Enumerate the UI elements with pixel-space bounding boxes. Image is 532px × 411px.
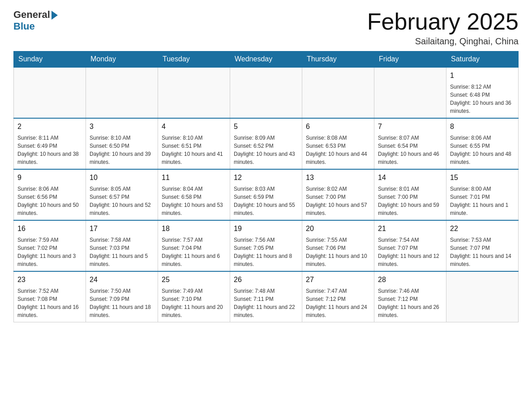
calendar-cell: 27Sunrise: 7:47 AMSunset: 7:12 PMDayligh…: [302, 271, 374, 322]
sunrise-text: Sunrise: 8:09 AM: [234, 134, 298, 142]
day-number: 13: [306, 172, 370, 183]
day-number: 19: [234, 223, 298, 234]
daylight-text: Daylight: 11 hours and 16 minutes.: [17, 303, 82, 319]
sunset-text: Sunset: 7:04 PM: [162, 244, 226, 252]
day-number: 16: [17, 223, 82, 234]
logo-arrow-icon: [51, 11, 58, 20]
daylight-text: Daylight: 11 hours and 1 minute.: [450, 201, 515, 217]
sunset-text: Sunset: 7:11 PM: [234, 295, 298, 303]
sunrise-text: Sunrise: 8:00 AM: [450, 185, 515, 193]
day-number: 27: [306, 274, 370, 285]
daylight-text: Daylight: 10 hours and 46 minutes.: [378, 150, 442, 166]
calendar-cell: 14Sunrise: 8:01 AMSunset: 7:00 PMDayligh…: [374, 169, 446, 220]
calendar-cell: [302, 67, 374, 118]
calendar-cell: [230, 67, 302, 118]
calendar-cell: 9Sunrise: 8:06 AMSunset: 6:56 PMDaylight…: [14, 169, 86, 220]
sunset-text: Sunset: 7:12 PM: [306, 295, 370, 303]
calendar-week-3: 9Sunrise: 8:06 AMSunset: 6:56 PMDaylight…: [14, 169, 519, 220]
sunrise-text: Sunrise: 7:46 AM: [378, 287, 442, 295]
calendar-cell: 12Sunrise: 8:03 AMSunset: 6:59 PMDayligh…: [230, 169, 302, 220]
sunrise-text: Sunrise: 8:07 AM: [378, 134, 442, 142]
daylight-text: Daylight: 11 hours and 6 minutes.: [162, 252, 226, 268]
sunset-text: Sunset: 7:08 PM: [17, 295, 82, 303]
day-number: 18: [162, 223, 226, 234]
sunset-text: Sunset: 6:56 PM: [17, 193, 82, 201]
calendar-cell: 24Sunrise: 7:50 AMSunset: 7:09 PMDayligh…: [86, 271, 158, 322]
day-number: 9: [17, 172, 82, 183]
sunrise-text: Sunrise: 7:59 AM: [17, 236, 82, 244]
calendar-week-2: 2Sunrise: 8:11 AMSunset: 6:49 PMDaylight…: [14, 118, 519, 169]
sunset-text: Sunset: 6:58 PM: [162, 193, 226, 201]
column-header-saturday: Saturday: [446, 51, 519, 68]
sunrise-text: Sunrise: 8:05 AM: [90, 185, 154, 193]
calendar-cell: [158, 67, 230, 118]
sunset-text: Sunset: 7:02 PM: [17, 244, 82, 252]
daylight-text: Daylight: 10 hours and 41 minutes.: [162, 150, 226, 166]
calendar-cell: 25Sunrise: 7:49 AMSunset: 7:10 PMDayligh…: [158, 271, 230, 322]
column-header-sunday: Sunday: [14, 51, 86, 68]
calendar-week-4: 16Sunrise: 7:59 AMSunset: 7:02 PMDayligh…: [14, 220, 519, 271]
calendar-cell: 4Sunrise: 8:10 AMSunset: 6:51 PMDaylight…: [158, 118, 230, 169]
sunrise-text: Sunrise: 8:06 AM: [17, 185, 82, 193]
sunset-text: Sunset: 7:10 PM: [162, 295, 226, 303]
sunrise-text: Sunrise: 7:54 AM: [378, 236, 442, 244]
sunset-text: Sunset: 7:07 PM: [450, 244, 515, 252]
sunrise-text: Sunrise: 8:10 AM: [162, 134, 226, 142]
calendar-cell: 15Sunrise: 8:00 AMSunset: 7:01 PMDayligh…: [446, 169, 519, 220]
calendar-cell: 19Sunrise: 7:56 AMSunset: 7:05 PMDayligh…: [230, 220, 302, 271]
logo: General Blue: [13, 9, 58, 32]
calendar-cell: 22Sunrise: 7:53 AMSunset: 7:07 PMDayligh…: [446, 220, 519, 271]
daylight-text: Daylight: 10 hours and 44 minutes.: [306, 150, 370, 166]
location-subtitle: Sailaitang, Qinghai, China: [367, 36, 519, 47]
sunset-text: Sunset: 6:50 PM: [90, 142, 154, 150]
day-number: 3: [90, 121, 154, 132]
sunrise-text: Sunrise: 7:57 AM: [162, 236, 226, 244]
sunrise-text: Sunrise: 7:50 AM: [90, 287, 154, 295]
sunrise-text: Sunrise: 8:08 AM: [306, 134, 370, 142]
sunset-text: Sunset: 7:03 PM: [90, 244, 154, 252]
calendar-cell: 6Sunrise: 8:08 AMSunset: 6:53 PMDaylight…: [302, 118, 374, 169]
calendar-cell: 10Sunrise: 8:05 AMSunset: 6:57 PMDayligh…: [86, 169, 158, 220]
column-header-thursday: Thursday: [302, 51, 374, 68]
sunset-text: Sunset: 6:53 PM: [306, 142, 370, 150]
sunrise-text: Sunrise: 7:47 AM: [306, 287, 370, 295]
day-number: 5: [234, 121, 298, 132]
daylight-text: Daylight: 11 hours and 5 minutes.: [90, 252, 154, 268]
calendar-cell: 28Sunrise: 7:46 AMSunset: 7:12 PMDayligh…: [374, 271, 446, 322]
sunset-text: Sunset: 7:06 PM: [306, 244, 370, 252]
daylight-text: Daylight: 10 hours and 57 minutes.: [306, 201, 370, 217]
sunrise-text: Sunrise: 8:12 AM: [450, 83, 515, 91]
sunrise-text: Sunrise: 7:52 AM: [17, 287, 82, 295]
sunset-text: Sunset: 6:51 PM: [162, 142, 226, 150]
sunset-text: Sunset: 6:59 PM: [234, 193, 298, 201]
sunrise-text: Sunrise: 8:11 AM: [17, 134, 82, 142]
daylight-text: Daylight: 11 hours and 22 minutes.: [234, 303, 298, 319]
calendar-cell: 13Sunrise: 8:02 AMSunset: 7:00 PMDayligh…: [302, 169, 374, 220]
calendar-cell: 21Sunrise: 7:54 AMSunset: 7:07 PMDayligh…: [374, 220, 446, 271]
daylight-text: Daylight: 10 hours and 50 minutes.: [17, 201, 82, 217]
calendar-cell: 5Sunrise: 8:09 AMSunset: 6:52 PMDaylight…: [230, 118, 302, 169]
calendar-cell: [374, 67, 446, 118]
calendar-cell: 23Sunrise: 7:52 AMSunset: 7:08 PMDayligh…: [14, 271, 86, 322]
daylight-text: Daylight: 11 hours and 26 minutes.: [378, 303, 442, 319]
sunset-text: Sunset: 6:57 PM: [90, 193, 154, 201]
day-number: 4: [162, 121, 226, 132]
daylight-text: Daylight: 10 hours and 36 minutes.: [450, 99, 515, 115]
sunrise-text: Sunrise: 8:01 AM: [378, 185, 442, 193]
day-number: 23: [17, 274, 82, 285]
sunrise-text: Sunrise: 7:56 AM: [234, 236, 298, 244]
sunset-text: Sunset: 7:00 PM: [306, 193, 370, 201]
calendar-cell: 8Sunrise: 8:06 AMSunset: 6:55 PMDaylight…: [446, 118, 519, 169]
calendar-week-5: 23Sunrise: 7:52 AMSunset: 7:08 PMDayligh…: [14, 271, 519, 322]
sunrise-text: Sunrise: 8:06 AM: [450, 134, 515, 142]
sunset-text: Sunset: 7:12 PM: [378, 295, 442, 303]
day-number: 1: [450, 70, 515, 81]
day-number: 21: [378, 223, 442, 234]
daylight-text: Daylight: 10 hours and 53 minutes.: [162, 201, 226, 217]
sunset-text: Sunset: 7:00 PM: [378, 193, 442, 201]
day-number: 26: [234, 274, 298, 285]
calendar-cell: 2Sunrise: 8:11 AMSunset: 6:49 PMDaylight…: [14, 118, 86, 169]
daylight-text: Daylight: 10 hours and 39 minutes.: [90, 150, 154, 166]
sunset-text: Sunset: 7:01 PM: [450, 193, 515, 201]
calendar-cell: 18Sunrise: 7:57 AMSunset: 7:04 PMDayligh…: [158, 220, 230, 271]
